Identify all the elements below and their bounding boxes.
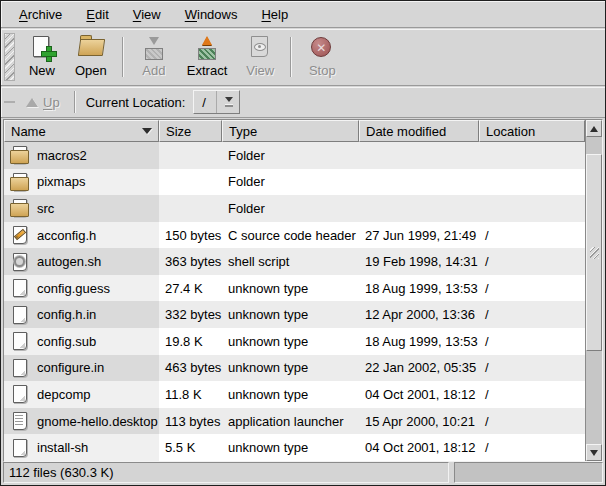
main-toolbar: New Open Add Extract View ✕ Stop (1, 29, 605, 86)
file-size: 332 bytes (159, 301, 222, 328)
file-date-modified: 04 Oct 2001, 18:12 (359, 434, 479, 461)
open-button[interactable]: Open (66, 31, 116, 83)
file-size: 363 bytes (159, 248, 222, 275)
table-row[interactable]: configure.in 463 bytes unknown type 22 J… (4, 355, 585, 382)
table-row[interactable]: autogen.sh 363 bytes shell script 19 Feb… (4, 248, 585, 275)
file-date-modified: 15 Apr 2000, 10:21 (359, 408, 479, 435)
file-type: unknown type (222, 355, 359, 382)
open-folder-icon (77, 35, 105, 61)
table-row[interactable]: gnome-hello.desktop 113 bytes applicatio… (4, 408, 585, 435)
table-row[interactable]: acconfig.h 150 bytes C source code heade… (4, 222, 585, 249)
header-file-icon (10, 225, 30, 245)
view-file-icon (246, 35, 274, 61)
new-button[interactable]: New (18, 31, 66, 83)
new-archive-icon (28, 35, 56, 61)
file-size (159, 169, 222, 196)
file-type: application launcher (222, 408, 359, 435)
file-date-modified (359, 169, 479, 196)
file-name: configure.in (37, 360, 104, 375)
menu-view[interactable]: View (121, 4, 173, 25)
toolbar-separator (122, 37, 124, 77)
current-location-value: / (202, 95, 210, 110)
current-location-combo[interactable]: / (193, 90, 240, 114)
file-date-modified: 18 Aug 1999, 13:53 (359, 328, 479, 355)
table-row[interactable]: src Folder (4, 195, 585, 222)
file-location: / (479, 248, 585, 275)
sort-descending-icon (142, 128, 152, 134)
table-row[interactable]: config.guess 27.4 K unknown type 18 Aug … (4, 275, 585, 302)
file-location: / (479, 222, 585, 249)
file-name: src (37, 201, 54, 216)
column-header-date-modified[interactable]: Date modified (359, 120, 479, 142)
column-header-row: Name Size Type Date modified Location (4, 120, 585, 142)
file-size: 5.5 K (159, 434, 222, 461)
view-button[interactable]: View (236, 31, 284, 83)
column-header-name[interactable]: Name (4, 120, 159, 142)
file-type: unknown type (222, 434, 359, 461)
table-row[interactable]: pixmaps Folder (4, 169, 585, 196)
location-bar: Up Current Location: / (1, 87, 605, 118)
script-file-icon (10, 252, 30, 272)
file-size: 150 bytes (159, 222, 222, 249)
generic-file-icon (10, 331, 30, 351)
stop-button[interactable]: ✕ Stop (298, 31, 346, 83)
file-date-modified (359, 195, 479, 222)
table-row[interactable]: macros2 Folder (4, 142, 585, 169)
generic-file-icon (10, 278, 30, 298)
folder-icon (10, 172, 30, 192)
file-type: unknown type (222, 328, 359, 355)
extract-archive-icon (193, 35, 221, 61)
generic-file-icon (10, 305, 30, 325)
file-location: / (479, 328, 585, 355)
file-location: / (479, 355, 585, 382)
menu-archive[interactable]: Archive (7, 4, 74, 25)
table-row[interactable]: config.sub 19.8 K unknown type 18 Aug 19… (4, 328, 585, 355)
table-row[interactable]: depcomp 11.8 K unknown type 04 Oct 2001,… (4, 381, 585, 408)
scroll-down-button[interactable] (586, 444, 602, 461)
toolbar-drag-handle[interactable] (4, 33, 15, 81)
archive-manager-window: Archive Edit View Windows Help New Open … (0, 0, 606, 486)
file-date-modified: 04 Oct 2001, 18:12 (359, 381, 479, 408)
menu-help[interactable]: Help (249, 4, 300, 25)
vertical-scrollbar[interactable] (585, 120, 602, 461)
file-location (479, 169, 585, 196)
file-size: 19.8 K (159, 328, 222, 355)
file-size: 27.4 K (159, 275, 222, 302)
menu-windows[interactable]: Windows (173, 4, 250, 25)
file-date-modified: 12 Apr 2000, 13:36 (359, 301, 479, 328)
file-location: / (479, 434, 585, 461)
up-arrow-icon (26, 98, 38, 107)
generic-file-icon (10, 358, 30, 378)
scrollbar-thumb[interactable] (586, 154, 602, 351)
status-bar: 112 files (630.3 K) (3, 462, 603, 483)
generic-file-icon (10, 384, 30, 404)
up-button[interactable]: Up (18, 92, 68, 113)
column-header-location[interactable]: Location (479, 120, 585, 142)
file-location: / (479, 301, 585, 328)
table-row[interactable]: install-sh 5.5 K unknown type 04 Oct 200… (4, 434, 585, 461)
file-location (479, 142, 585, 169)
progress-bar (454, 462, 603, 483)
file-type: unknown type (222, 275, 359, 302)
file-name: acconfig.h (37, 228, 96, 243)
file-rows: macros2 Folder pixmaps (4, 142, 585, 461)
location-bar-drag-handle[interactable] (4, 101, 15, 103)
file-type: Folder (222, 195, 359, 222)
file-date-modified: 18 Aug 1999, 13:53 (359, 275, 479, 302)
file-name: autogen.sh (37, 254, 101, 269)
file-name: config.h.in (37, 307, 96, 322)
file-name: depcomp (37, 387, 90, 402)
file-size (159, 195, 222, 222)
file-date-modified: 19 Feb 1998, 14:31 (359, 248, 479, 275)
file-date-modified: 27 Jun 1999, 21:49 (359, 222, 479, 249)
file-type: shell script (222, 248, 359, 275)
file-name: macros2 (37, 148, 87, 163)
menu-edit[interactable]: Edit (74, 4, 120, 25)
scroll-up-button[interactable] (586, 120, 602, 137)
column-header-type[interactable]: Type (222, 120, 359, 142)
table-row[interactable]: config.h.in 332 bytes unknown type 12 Ap… (4, 301, 585, 328)
extract-button[interactable]: Extract (178, 31, 236, 83)
file-location: / (479, 381, 585, 408)
add-button[interactable]: Add (130, 31, 178, 83)
column-header-size[interactable]: Size (159, 120, 222, 142)
